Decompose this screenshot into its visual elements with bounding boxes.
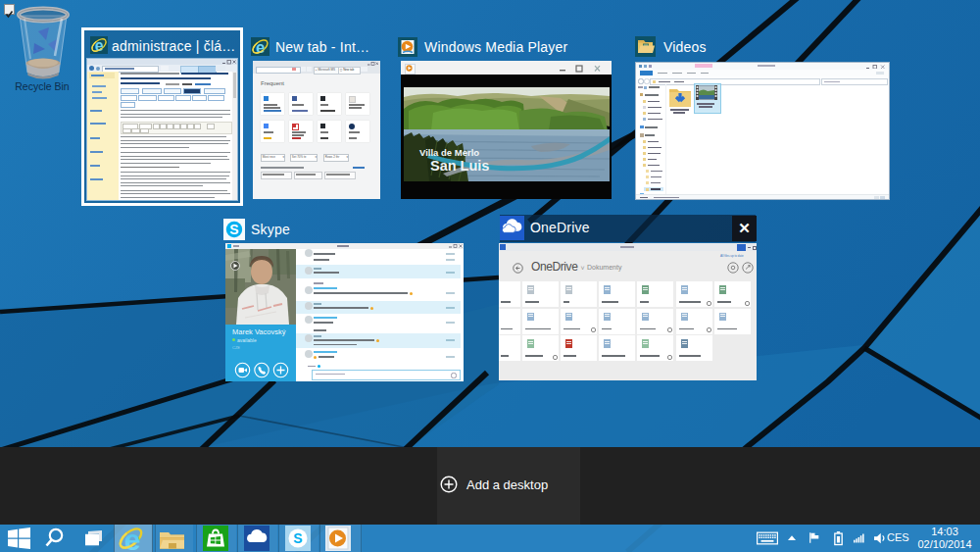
svg-text:S: S [229,222,238,237]
svg-text:S: S [293,530,302,546]
svg-text:San Luis: San Luis [430,158,489,174]
svg-text:Villa de Merlo: Villa de Merlo [419,147,479,158]
